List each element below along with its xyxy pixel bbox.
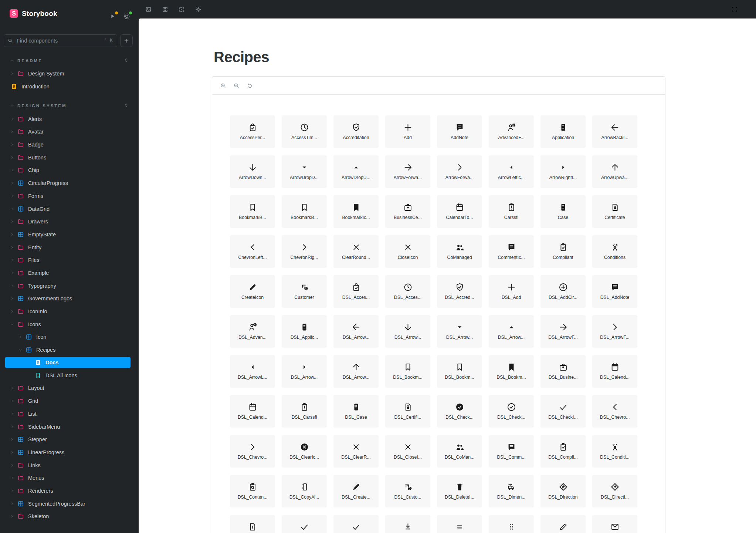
sidebar-item-layout[interactable]: Layout [0, 382, 139, 395]
chevron-right-icon[interactable] [10, 130, 14, 134]
sidebar-section-design-system[interactable]: DESIGN SYSTEM [0, 99, 139, 112]
chevron-right-icon[interactable] [10, 502, 14, 506]
canvas-image-icon[interactable] [145, 6, 152, 13]
sidebar-item-linearprogress[interactable]: LinearProgress [0, 446, 139, 459]
create-story-button[interactable] [120, 34, 133, 47]
sidebar-item-links[interactable]: Links [0, 459, 139, 472]
sidebar-item-avatar[interactable]: Avatar [0, 125, 139, 138]
outline-box-icon[interactable] [178, 6, 185, 13]
component-icon [17, 500, 24, 507]
sidebar-item-governmentlogos[interactable]: GovernmentLogos [0, 292, 139, 305]
chevron-right-icon[interactable] [10, 451, 14, 454]
chevron-down-icon[interactable] [18, 348, 22, 352]
sidebar-item-dsl-all-icons[interactable]: DSL All Icons [0, 369, 139, 382]
zoom-in-icon[interactable] [220, 82, 226, 89]
sun-icon[interactable] [195, 6, 202, 13]
chevron-right-icon[interactable] [10, 297, 14, 300]
chevron-right-icon[interactable] [10, 156, 14, 159]
sidebar-item-skeleton[interactable]: Skeleton [0, 510, 139, 523]
chevron-right-icon[interactable] [10, 117, 14, 121]
chevron-right-icon[interactable] [10, 271, 14, 275]
search-input[interactable] [4, 34, 117, 47]
sidebar-item-typography[interactable]: Typography [0, 279, 139, 292]
icon-card-label: DSL_Arrow... [446, 335, 473, 340]
section-title: README [17, 58, 43, 63]
chevron-right-icon[interactable] [10, 220, 14, 223]
sidebar-item-icons[interactable]: Icons [0, 318, 139, 331]
sidebar-item-icon[interactable]: Icon [0, 331, 139, 344]
sidebar-item-menus[interactable]: Menus [0, 472, 139, 485]
icon-card: DSL_Conten... [230, 475, 275, 507]
chevron-right-icon[interactable] [10, 72, 14, 75]
chevron-right-icon[interactable] [18, 335, 22, 339]
sidebar-item-docs[interactable]: Docs [5, 357, 130, 368]
icon-card-label: DSL_Calend... [238, 415, 267, 420]
sidebar-section-readme[interactable]: README [0, 54, 139, 67]
sidebar-item-introduction[interactable]: Introduction [0, 80, 139, 93]
chevron-right-icon[interactable] [10, 246, 14, 249]
component-icon [25, 333, 33, 341]
chevron-right-icon[interactable] [10, 181, 14, 185]
document-icon [10, 83, 18, 90]
grid-view-icon[interactable] [162, 6, 169, 13]
drag-dots-icon [506, 522, 516, 532]
chevron-right-icon[interactable] [10, 258, 14, 262]
brand[interactable]: S Storybook [10, 9, 57, 18]
collapse-section-icon[interactable] [123, 57, 130, 64]
icon-card-label: CommentIc... [498, 255, 525, 260]
sidebar-item-recipes[interactable]: Recipes [0, 344, 139, 357]
check-icon [299, 522, 309, 532]
sidebar-item-sidebarmenu[interactable]: SidebarMenu [0, 420, 139, 433]
settings-button[interactable] [123, 12, 132, 21]
chevron-down-icon[interactable] [10, 323, 14, 326]
fullscreen-icon[interactable] [731, 6, 738, 13]
chevron-right-icon[interactable] [10, 284, 14, 288]
chevron-down-icon [10, 59, 14, 63]
whats-new-button[interactable] [109, 12, 118, 21]
arrow-right-icon [403, 162, 413, 172]
sidebar-item-example[interactable]: Example [0, 267, 139, 280]
sidebar-item-list[interactable]: List [0, 408, 139, 421]
sidebar-item-datagrid[interactable]: DataGrid [0, 202, 139, 215]
chevron-right-icon[interactable] [10, 168, 14, 172]
sidebar-item-forms[interactable]: Forms [0, 190, 139, 203]
chevron-right-icon[interactable] [10, 143, 14, 146]
chevron-right-icon[interactable] [10, 438, 14, 441]
folder-icon [17, 384, 24, 392]
sidebar-item-badge[interactable]: Badge [0, 138, 139, 151]
folder-icon [17, 282, 24, 290]
sidebar-item-buttons[interactable]: Buttons [0, 151, 139, 164]
chevron-right-icon[interactable] [10, 412, 14, 416]
sidebar-item-chip[interactable]: Chip [0, 164, 139, 177]
chevron-right-icon[interactable] [10, 386, 14, 390]
sidebar-item-emptystate[interactable]: EmptyState [0, 228, 139, 241]
chevron-right-icon[interactable] [10, 463, 14, 467]
sidebar-item-alerts[interactable]: Alerts [0, 112, 139, 125]
chevron-right-icon[interactable] [10, 207, 14, 211]
sidebar-item-circularprogress[interactable]: CircularProgress [0, 177, 139, 190]
sidebar-item-files[interactable]: Files [0, 254, 139, 267]
sidebar-item-entity[interactable]: Entity [0, 241, 139, 254]
sidebar-item-grid[interactable]: Grid [0, 395, 139, 408]
zoom-out-icon[interactable] [233, 82, 240, 89]
chevron-right-icon[interactable] [10, 233, 14, 236]
sidebar-item-label: Entity [28, 244, 41, 250]
sidebar-item-stepper[interactable]: Stepper [0, 433, 139, 446]
chevron-right-icon[interactable] [10, 194, 14, 198]
collapse-section-icon[interactable] [123, 102, 130, 109]
sidebar-item-segmentedprogressbar[interactable]: SegmentedProgressBar [0, 497, 139, 510]
chevron-right-icon[interactable] [10, 310, 14, 313]
chevron-right-icon[interactable] [10, 399, 14, 403]
icon-card-label: DSL_Comm... [497, 455, 525, 460]
zoom-reset-icon[interactable] [247, 82, 253, 89]
chevron-right-icon[interactable] [10, 489, 14, 493]
sidebar-item-drawers[interactable]: Drawers [0, 215, 139, 228]
sidebar-item-renderers[interactable]: Renderers [0, 485, 139, 497]
sidebar-item-iconinfo[interactable]: IconInfo [0, 305, 139, 318]
chevron-right-icon[interactable] [10, 425, 14, 429]
sidebar-item-label: CircularProgress [28, 180, 68, 186]
icon-card-label: ArrowForwa... [394, 175, 422, 180]
sidebar-item-design-system[interactable]: Design System [0, 67, 139, 80]
chevron-right-icon[interactable] [10, 515, 14, 518]
chevron-right-icon[interactable] [10, 476, 14, 480]
